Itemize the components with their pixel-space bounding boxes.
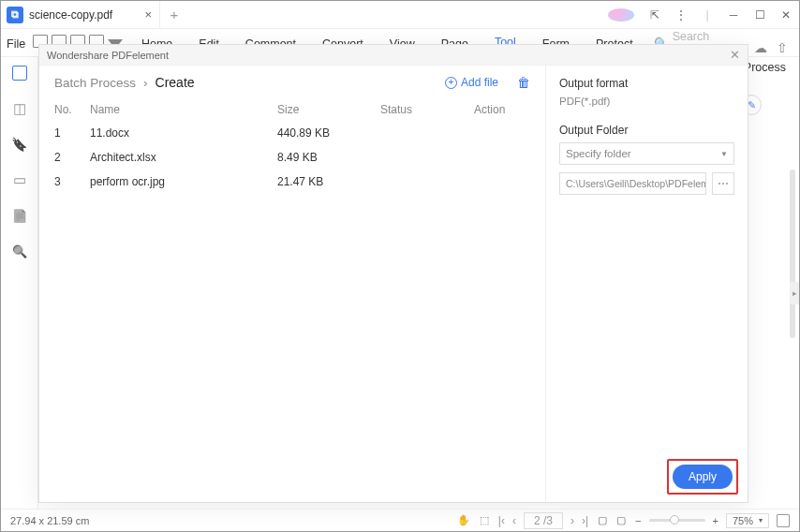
dialog-title: Wondershare PDFelement	[47, 50, 169, 61]
app-icon: ⧉	[7, 7, 23, 23]
cloud-icon[interactable]: ☁	[754, 40, 767, 56]
kebab-menu-icon[interactable]: ⋮	[668, 8, 694, 22]
zoom-controls: − + 75% ▾	[635, 513, 790, 528]
output-format-value: PDF(*.pdf)	[559, 96, 734, 107]
cell-status	[380, 151, 474, 164]
table-header: No. Name Size Status Action	[54, 99, 530, 121]
col-name: Name	[90, 103, 277, 116]
page-dimensions: 27.94 x 21.59 cm	[10, 515, 89, 526]
cell-size: 8.49 KB	[277, 151, 380, 164]
page-navigation: |‹ ‹ 2 /3 › ›|	[498, 512, 588, 529]
cell-status	[380, 175, 474, 188]
zoom-level-select[interactable]: 75% ▾	[726, 513, 769, 528]
add-file-label: Add file	[461, 76, 498, 89]
zoom-knob[interactable]	[670, 515, 679, 525]
hand-tool-icon[interactable]: ✋	[457, 514, 470, 526]
delete-icon[interactable]: 🗑	[517, 75, 530, 90]
col-size: Size	[277, 103, 380, 116]
file-table: No. Name Size Status Action 1 11.docx 44…	[54, 99, 530, 194]
folder-select-text: Specify folder	[566, 148, 631, 159]
comments-icon[interactable]	[11, 171, 28, 188]
vertical-scrollbar[interactable]	[790, 170, 795, 338]
col-status: Status	[380, 103, 474, 116]
plus-icon: +	[445, 77, 457, 89]
document-tab[interactable]: ⧉ science-copy.pdf ×	[1, 1, 160, 29]
add-file-button[interactable]: + Add file	[445, 76, 498, 89]
left-sidebar	[1, 57, 38, 509]
cell-no: 1	[54, 126, 90, 140]
select-tool-icon[interactable]: ⬚	[480, 514, 489, 526]
file-list-pane: Batch Process › Create + Add file 🗑 No. …	[39, 66, 545, 502]
page-number-input[interactable]: 2 /3	[524, 512, 563, 529]
cell-size: 21.47 KB	[277, 175, 380, 188]
zoom-in-button[interactable]: +	[713, 515, 719, 526]
output-path-field[interactable]: C:\Users\Geili\Desktop\PDFelement\Cr	[559, 172, 706, 195]
statusbar: 27.94 x 21.59 cm ✋ ⬚ |‹ ‹ 2 /3 › ›| ▢ ▢ …	[1, 509, 799, 531]
prev-page-icon[interactable]: ‹	[512, 514, 516, 527]
titlebar: ⧉ science-copy.pdf × + ⇱ ⋮ | ─ ☐ ✕	[1, 1, 799, 29]
window-controls: ⇱ ⋮ | ─ ☐ ✕	[600, 1, 799, 28]
cell-name: 11.docx	[90, 126, 277, 140]
first-page-icon[interactable]: |‹	[498, 514, 505, 527]
tab-title: science-copy.pdf	[29, 8, 112, 22]
window-minimize[interactable]: ─	[720, 8, 747, 22]
batch-process-dialog: Wondershare PDFelement ✕ Batch Process ›…	[38, 44, 748, 503]
chevron-right-icon: ›	[143, 76, 148, 90]
thumbnails-icon[interactable]	[11, 65, 28, 81]
attachments-icon[interactable]	[11, 207, 28, 224]
new-tab-button[interactable]: +	[160, 7, 188, 22]
single-page-icon[interactable]: ▢	[598, 514, 607, 526]
cell-name: perform ocr.jpg	[90, 175, 277, 188]
divider: |	[694, 8, 720, 22]
zoom-value: 75%	[733, 515, 753, 526]
next-page-icon[interactable]: ›	[570, 514, 574, 527]
window-close[interactable]: ✕	[773, 8, 799, 22]
col-no: No.	[54, 103, 90, 116]
output-settings-pane: Output format PDF(*.pdf) Output Folder S…	[545, 66, 748, 502]
tab-close-icon[interactable]: ×	[144, 7, 152, 22]
two-page-icon[interactable]: ▢	[616, 514, 626, 526]
cell-action	[474, 126, 530, 140]
cell-action	[474, 151, 530, 164]
chevron-down-icon: ▼	[720, 150, 728, 158]
last-page-icon[interactable]: ›|	[582, 514, 588, 527]
apply-highlight: Apply	[667, 459, 738, 495]
output-folder-select[interactable]: Specify folder ▼	[559, 142, 734, 165]
right-panel-toggle[interactable]: ▸	[790, 282, 799, 304]
output-format-label: Output format	[559, 77, 734, 90]
zoom-out-button[interactable]: −	[635, 515, 641, 526]
fit-page-icon[interactable]	[777, 514, 790, 527]
breadcrumb-root[interactable]: Batch Process	[54, 76, 136, 90]
dialog-header: Wondershare PDFelement ✕	[39, 45, 748, 66]
file-menu[interactable]: File	[3, 32, 31, 56]
table-row[interactable]: 3 perform ocr.jpg 21.47 KB	[54, 170, 530, 194]
window-maximize[interactable]: ☐	[747, 8, 773, 22]
cell-no: 3	[54, 175, 90, 188]
chevron-down-icon: ▾	[759, 516, 763, 525]
output-path-text: C:\Users\Geili\Desktop\PDFelement\Cr	[566, 178, 706, 189]
zoom-slider[interactable]	[649, 519, 705, 522]
col-action: Action	[474, 103, 530, 116]
output-folder-label: Output Folder	[559, 124, 734, 137]
share-icon[interactable]: ⇱	[642, 8, 668, 22]
bookmark-icon[interactable]	[11, 136, 28, 153]
upload-icon[interactable]: ⇧	[777, 40, 788, 56]
cell-name: Architect.xlsx	[90, 151, 277, 164]
breadcrumb: Batch Process › Create + Add file 🗑	[54, 75, 530, 90]
table-row[interactable]: 2 Architect.xlsx 8.49 KB	[54, 145, 530, 170]
outline-icon[interactable]	[11, 100, 28, 117]
cell-no: 2	[54, 151, 90, 164]
cell-action	[474, 175, 530, 188]
ai-icon[interactable]	[608, 8, 634, 22]
breadcrumb-current: Create	[156, 75, 195, 90]
table-row[interactable]: 1 11.docx 440.89 KB	[54, 121, 530, 145]
apply-button[interactable]: Apply	[673, 465, 733, 489]
dialog-close-icon[interactable]: ✕	[730, 48, 740, 62]
cell-size: 440.89 KB	[277, 126, 380, 140]
search-panel-icon[interactable]	[11, 243, 28, 259]
browse-folder-button[interactable]: ⋯	[712, 172, 734, 195]
cell-status	[380, 126, 474, 140]
